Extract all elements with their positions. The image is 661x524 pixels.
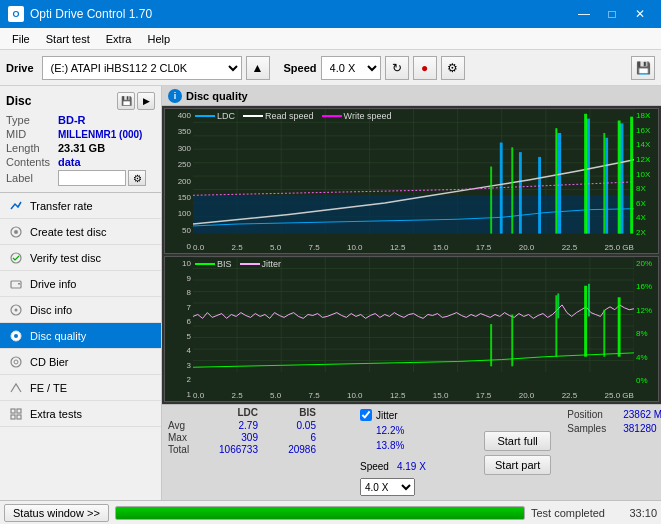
sidebar-item-disc-quality[interactable]: Disc quality [0,323,161,349]
mid-value: MILLENMR1 (000) [58,129,142,140]
maximize-button[interactable]: □ [599,1,625,27]
label-input[interactable] [58,170,126,186]
sidebar-item-drive-info[interactable]: Drive info [0,271,161,297]
max-bis: 6 [266,432,316,443]
svg-rect-12 [17,409,21,413]
menu-help[interactable]: Help [139,31,178,47]
speed-select[interactable]: 4.0 X 1.0 X 2.0 X 8.0 X Max [321,56,381,80]
start-part-button[interactable]: Start part [484,455,551,475]
drive-select[interactable]: (E:) ATAPI iHBS112 2 CL0K [42,56,242,80]
speed-label2: Speed [360,461,389,472]
fe-te-icon [8,380,24,396]
refresh-button[interactable]: ↻ [385,56,409,80]
sidebar-item-transfer-rate[interactable]: Transfer rate [0,193,161,219]
read-speed-legend-label: Read speed [265,111,314,121]
disc-icon-btn2[interactable]: ▶ [137,92,155,110]
svg-rect-70 [511,315,513,367]
cd-bier-icon [8,354,24,370]
sidebar-item-fe-te[interactable]: FE / TE [0,375,161,401]
menu-extra[interactable]: Extra [98,31,140,47]
sidebar-item-disc-info[interactable]: Disc info [0,297,161,323]
menu-file[interactable]: File [4,31,38,47]
disc-info-icon [8,302,24,318]
close-button[interactable]: ✕ [627,1,653,27]
create-test-disc-label: Create test disc [30,226,106,238]
stats-total-row: Total 1066733 20986 [168,444,344,455]
total-label: Total [168,444,200,455]
bis-legend-label: BIS [217,259,232,269]
titlebar-controls: — □ ✕ [571,1,653,27]
time-text: 33:10 [617,507,657,519]
status-window-button[interactable]: Status window >> [4,504,109,522]
svg-rect-43 [511,147,513,233]
sidebar-item-extra-tests[interactable]: Extra tests [0,401,161,427]
ldc-chart: LDC Read speed Write speed 4003503002502… [164,108,659,254]
burn-button[interactable]: ● [413,56,437,80]
menu-start-test[interactable]: Start test [38,31,98,47]
disc-info-label: Disc info [30,304,72,316]
disc-section-label: Disc [6,94,31,108]
stats-max-row: Max 309 6 [168,432,344,443]
stats-col-label [168,407,200,418]
write-speed-legend-label: Write speed [344,111,392,121]
jitter-legend-item: Jitter [240,259,282,269]
fe-te-label: FE / TE [30,382,67,394]
position-area: Position 23862 MB Samples 381280 [563,407,661,498]
sidebar-item-cd-bier[interactable]: CD Bier [0,349,161,375]
disc-quality-icon [8,328,24,344]
chart2-legend: BIS Jitter [195,259,281,269]
chart2-y-axis-left: 10987654321 [165,257,193,401]
disc-header: Disc 💾 ▶ [6,92,155,110]
disc-length-row: Length 23.31 GB [6,142,155,154]
label-edit-button[interactable]: ⚙ [128,170,146,186]
max-ldc: 309 [208,432,258,443]
toolbar: Drive (E:) ATAPI iHBS112 2 CL0K ▲ Speed … [0,50,661,86]
jitter-max-value: 13.8% [376,440,464,451]
total-bis: 20986 [266,444,316,455]
eject-button[interactable]: ▲ [246,56,270,80]
disc-quality-title: Disc quality [186,90,248,102]
chart1-x-axis: 0.02.55.07.510.012.515.017.520.022.525.0… [193,239,634,253]
bis-legend-item: BIS [195,259,232,269]
stats-col-spacer [324,407,344,418]
drive-info-icon [8,276,24,292]
cd-bier-label: CD Bier [30,356,69,368]
speed-display-select[interactable]: 4.0 X [360,478,415,496]
type-label: Type [6,114,58,126]
chart2-svg [193,257,634,372]
jitter-checkbox[interactable] [360,409,372,421]
disc-icon-btn1[interactable]: 💾 [117,92,135,110]
sidebar-item-create-test-disc[interactable]: Create test disc [0,219,161,245]
jitter-legend-color [240,263,260,265]
chart1-y-axis-right: 18X16X14X12X10X8X6X4X2X [634,109,658,239]
stats-header: LDC BIS [168,407,344,418]
svg-point-8 [14,334,18,338]
svg-rect-76 [588,284,590,317]
charts-area: LDC Read speed Write speed 4003503002502… [162,106,661,404]
jitter-area: Jitter 12.2% 13.8% Speed 4.19 X 4.0 X [352,407,472,498]
sidebar: Disc 💾 ▶ Type BD-R MID MILLENMR1 (000) L… [0,86,162,500]
disc-icons: 💾 ▶ [117,92,155,110]
jitter-legend-label: Jitter [262,259,282,269]
start-full-button[interactable]: Start full [484,431,551,451]
stats-col-bis: BIS [266,407,316,418]
status-text: Test completed [531,507,611,519]
disc-quality-header: i Disc quality [162,86,661,106]
svg-rect-34 [193,195,634,233]
svg-point-10 [14,360,18,364]
save-button[interactable]: 💾 [631,56,655,80]
disc-mid-row: MID MILLENMR1 (000) [6,128,155,140]
read-speed-legend-item: Read speed [243,111,314,121]
menubar: File Start test Extra Help [0,28,661,50]
svg-rect-48 [630,117,633,234]
settings-button[interactable]: ⚙ [441,56,465,80]
write-speed-legend-color [322,115,342,117]
disc-type-row: Type BD-R [6,114,155,126]
chart2-y-axis-right: 20%16%12%8%4%0% [634,257,658,387]
ldc-legend-color [195,115,215,117]
progress-bar [115,506,525,520]
svg-rect-37 [538,157,541,234]
svg-rect-11 [11,409,15,413]
minimize-button[interactable]: — [571,1,597,27]
sidebar-item-verify-test-disc[interactable]: Verify test disc [0,245,161,271]
